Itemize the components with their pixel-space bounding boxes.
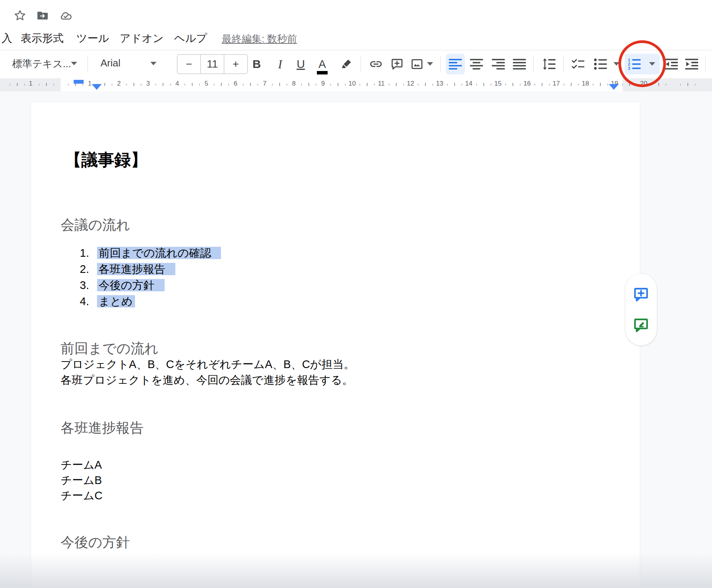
svg-text:3: 3 bbox=[628, 66, 630, 70]
ruler-number: 1 bbox=[29, 80, 32, 88]
suggest-edits-icon bbox=[633, 317, 649, 333]
heading-policy[interactable]: 今後の方針 bbox=[61, 533, 130, 552]
ruler-tick bbox=[695, 84, 696, 86]
line-spacing-button[interactable] bbox=[539, 54, 559, 74]
menu-addons[interactable]: アドオン bbox=[120, 32, 164, 45]
ruler-tick bbox=[330, 84, 331, 86]
star-icon[interactable] bbox=[13, 9, 26, 21]
ruler-tick bbox=[418, 84, 419, 86]
doc-title[interactable]: 【議事録】 bbox=[65, 149, 147, 170]
menu-tools[interactable]: ツール bbox=[76, 32, 109, 45]
ruler-tick bbox=[593, 84, 593, 86]
font-size-widget: − 11 + bbox=[177, 54, 248, 74]
ruler-number: 15 bbox=[494, 80, 502, 88]
ruler-tick bbox=[192, 83, 193, 86]
italic-button[interactable]: I bbox=[270, 54, 290, 74]
paragraph-style-dropdown[interactable]: 標準テキス... bbox=[12, 57, 71, 71]
heading-previous[interactable]: 前回までの流れ bbox=[61, 339, 158, 358]
highlight-color-button[interactable] bbox=[337, 54, 356, 74]
image-icon bbox=[410, 58, 424, 71]
move-to-folder-icon[interactable] bbox=[36, 9, 49, 21]
body-line[interactable]: 各班プロジェクトを進め、今回の会議で進捗を報告する。 bbox=[61, 372, 355, 388]
ruler-tick bbox=[629, 83, 630, 86]
ruler-tick bbox=[228, 84, 229, 86]
ruler-number: 10 bbox=[349, 80, 356, 88]
ruler-tick bbox=[170, 84, 171, 86]
align-left-button[interactable] bbox=[446, 54, 465, 74]
ruler[interactable]: 11234567891011121314151617181920 bbox=[0, 78, 712, 91]
agenda-item-2[interactable]: 2.各班進捗報告 bbox=[80, 261, 175, 277]
ruler-text-area bbox=[61, 78, 623, 91]
align-right-button[interactable] bbox=[489, 54, 508, 74]
team-line[interactable]: チームB bbox=[61, 472, 102, 488]
menubar: 入 表示形式 ツール アドオン ヘルプ 最終編集: 数秒前 bbox=[0, 32, 712, 50]
document-page[interactable]: 【議事録】 会議の流れ 1.前回までの流れの確認 2.各班進捗報告 3.今後の方… bbox=[31, 102, 640, 588]
font-size-increase-button[interactable]: + bbox=[224, 55, 247, 73]
bold-button[interactable]: B bbox=[247, 54, 266, 74]
left-indent-marker[interactable] bbox=[92, 84, 102, 90]
ruler-tick bbox=[505, 84, 506, 86]
menu-help[interactable]: ヘルプ bbox=[174, 32, 207, 45]
body-previous[interactable]: プロジェクトA、B、CをそれぞれチームA、B、Cが担当。 各班プロジェクトを進め… bbox=[61, 357, 355, 388]
ruler-tick bbox=[680, 84, 681, 86]
ruler-tick bbox=[564, 84, 564, 86]
svg-text:2: 2 bbox=[628, 62, 630, 66]
suggest-edits-floating-button[interactable] bbox=[633, 317, 649, 334]
checklist-button[interactable] bbox=[569, 54, 588, 74]
add-comment-floating-button[interactable] bbox=[633, 286, 649, 303]
ruler-tick bbox=[483, 83, 484, 86]
font-family-dropdown-arrow[interactable] bbox=[150, 62, 157, 65]
body-line[interactable]: プロジェクトA、B、CをそれぞれチームA、B、Cが担当。 bbox=[61, 357, 355, 372]
align-justify-icon bbox=[513, 58, 526, 70]
add-comment-bubble-icon bbox=[633, 286, 649, 302]
document-area: 【議事録】 会議の流れ 1.前回までの流れの確認 2.各班進捗報告 3.今後の方… bbox=[0, 91, 712, 588]
menu-insert-partial[interactable]: 入 bbox=[2, 32, 12, 45]
last-edited-link[interactable]: 最終編集: 数秒前 bbox=[222, 33, 297, 45]
paragraph-style-dropdown-arrow[interactable] bbox=[71, 62, 77, 65]
font-size-value[interactable]: 11 bbox=[200, 55, 224, 73]
first-line-indent-marker[interactable] bbox=[74, 80, 84, 84]
insert-image-button[interactable] bbox=[407, 54, 427, 74]
heading-progress[interactable]: 各班進捗報告 bbox=[61, 419, 143, 437]
bullet-list-dropdown-arrow[interactable] bbox=[613, 62, 620, 66]
bullet-list-button[interactable] bbox=[591, 54, 610, 74]
ruler-tick bbox=[513, 83, 513, 86]
right-indent-marker[interactable] bbox=[609, 84, 619, 90]
team-line[interactable]: チームC bbox=[61, 488, 102, 503]
ruler-number: 14 bbox=[465, 80, 473, 88]
team-list[interactable]: チームA チームB チームC bbox=[61, 457, 102, 503]
numbered-list-dropdown-arrow[interactable] bbox=[649, 62, 655, 66]
menu-format[interactable]: 表示形式 bbox=[21, 32, 64, 45]
insert-link-button[interactable] bbox=[366, 54, 386, 74]
svg-text:1: 1 bbox=[628, 58, 630, 62]
ruler-tick bbox=[359, 84, 360, 86]
team-line[interactable]: チームA bbox=[61, 457, 102, 472]
align-center-button[interactable] bbox=[467, 54, 486, 74]
link-icon bbox=[369, 57, 383, 71]
decrease-indent-button[interactable] bbox=[662, 54, 681, 74]
heading-agenda[interactable]: 会議の流れ bbox=[61, 216, 130, 234]
ruler-tick bbox=[476, 84, 477, 86]
agenda-item-1[interactable]: 1.前回までの流れの確認 bbox=[80, 245, 221, 261]
align-justify-button[interactable] bbox=[510, 54, 529, 74]
increase-indent-button[interactable] bbox=[682, 54, 701, 74]
insert-image-dropdown-arrow[interactable] bbox=[427, 62, 433, 66]
ruler-tick bbox=[687, 83, 688, 86]
agenda-item-4[interactable]: 4.まとめ bbox=[80, 293, 135, 309]
cloud-check-icon[interactable] bbox=[59, 9, 73, 21]
agenda-item-3[interactable]: 3.今後の方針 bbox=[80, 277, 165, 293]
text-color-button[interactable]: A bbox=[313, 54, 332, 74]
list-number: 4. bbox=[80, 293, 97, 309]
ruler-tick bbox=[542, 83, 542, 86]
ruler-tick bbox=[17, 83, 18, 86]
ruler-tick bbox=[39, 84, 40, 86]
add-comment-button[interactable] bbox=[387, 54, 407, 74]
ruler-number: 4 bbox=[175, 80, 179, 88]
line-spacing-icon bbox=[542, 58, 555, 70]
ruler-tick bbox=[163, 83, 163, 86]
font-family-dropdown[interactable]: Arial bbox=[101, 57, 120, 69]
underline-button[interactable]: U bbox=[291, 54, 310, 74]
font-size-decrease-button[interactable]: − bbox=[178, 55, 200, 73]
ruler-tick bbox=[272, 84, 273, 86]
numbered-list-button[interactable]: 1 2 3 bbox=[625, 54, 644, 74]
